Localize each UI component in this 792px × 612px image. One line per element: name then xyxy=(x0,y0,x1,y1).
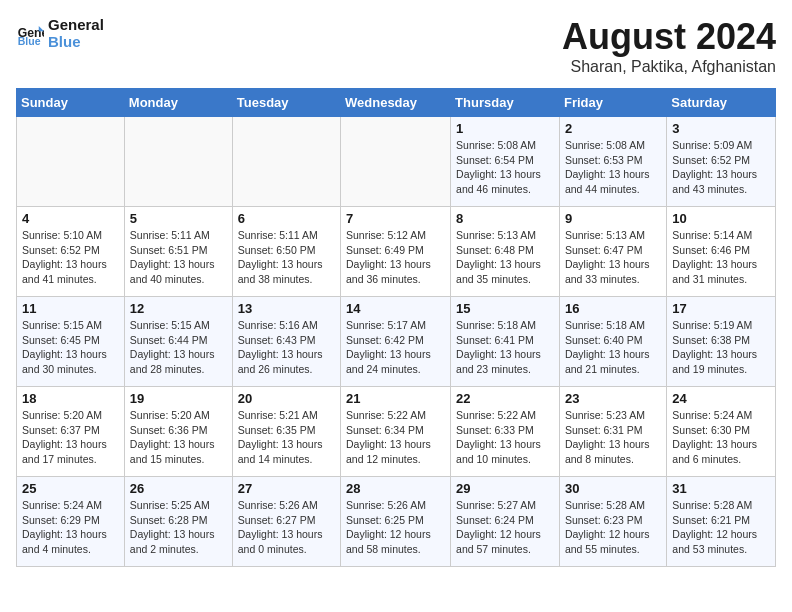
day-number: 29 xyxy=(456,481,554,496)
day-info: Sunrise: 5:23 AMSunset: 6:31 PMDaylight:… xyxy=(565,408,661,467)
day-number: 13 xyxy=(238,301,335,316)
day-number: 31 xyxy=(672,481,770,496)
day-number: 9 xyxy=(565,211,661,226)
day-number: 16 xyxy=(565,301,661,316)
calendar-subtitle: Sharan, Paktika, Afghanistan xyxy=(562,58,776,76)
day-number: 11 xyxy=(22,301,119,316)
day-info: Sunrise: 5:27 AMSunset: 6:24 PMDaylight:… xyxy=(456,498,554,557)
day-info: Sunrise: 5:22 AMSunset: 6:33 PMDaylight:… xyxy=(456,408,554,467)
calendar-cell: 16Sunrise: 5:18 AMSunset: 6:40 PMDayligh… xyxy=(559,297,666,387)
day-number: 6 xyxy=(238,211,335,226)
calendar-cell: 21Sunrise: 5:22 AMSunset: 6:34 PMDayligh… xyxy=(341,387,451,477)
page-header: General Blue General Blue August 2024 Sh… xyxy=(16,16,776,76)
day-info: Sunrise: 5:25 AMSunset: 6:28 PMDaylight:… xyxy=(130,498,227,557)
logo-icon: General Blue xyxy=(16,19,44,47)
logo-text-line1: General xyxy=(48,16,104,33)
calendar-cell: 26Sunrise: 5:25 AMSunset: 6:28 PMDayligh… xyxy=(124,477,232,567)
header-row: SundayMondayTuesdayWednesdayThursdayFrid… xyxy=(17,89,776,117)
day-number: 10 xyxy=(672,211,770,226)
day-number: 22 xyxy=(456,391,554,406)
day-number: 28 xyxy=(346,481,445,496)
column-header-monday: Monday xyxy=(124,89,232,117)
day-info: Sunrise: 5:13 AMSunset: 6:48 PMDaylight:… xyxy=(456,228,554,287)
calendar-cell: 12Sunrise: 5:15 AMSunset: 6:44 PMDayligh… xyxy=(124,297,232,387)
calendar-table: SundayMondayTuesdayWednesdayThursdayFrid… xyxy=(16,88,776,567)
day-info: Sunrise: 5:22 AMSunset: 6:34 PMDaylight:… xyxy=(346,408,445,467)
day-number: 14 xyxy=(346,301,445,316)
week-row-2: 4Sunrise: 5:10 AMSunset: 6:52 PMDaylight… xyxy=(17,207,776,297)
calendar-cell: 3Sunrise: 5:09 AMSunset: 6:52 PMDaylight… xyxy=(667,117,776,207)
day-info: Sunrise: 5:09 AMSunset: 6:52 PMDaylight:… xyxy=(672,138,770,197)
day-info: Sunrise: 5:26 AMSunset: 6:25 PMDaylight:… xyxy=(346,498,445,557)
day-number: 15 xyxy=(456,301,554,316)
calendar-cell: 5Sunrise: 5:11 AMSunset: 6:51 PMDaylight… xyxy=(124,207,232,297)
calendar-cell: 4Sunrise: 5:10 AMSunset: 6:52 PMDaylight… xyxy=(17,207,125,297)
day-number: 25 xyxy=(22,481,119,496)
calendar-cell: 23Sunrise: 5:23 AMSunset: 6:31 PMDayligh… xyxy=(559,387,666,477)
day-info: Sunrise: 5:15 AMSunset: 6:44 PMDaylight:… xyxy=(130,318,227,377)
calendar-cell: 2Sunrise: 5:08 AMSunset: 6:53 PMDaylight… xyxy=(559,117,666,207)
calendar-cell: 11Sunrise: 5:15 AMSunset: 6:45 PMDayligh… xyxy=(17,297,125,387)
calendar-cell: 20Sunrise: 5:21 AMSunset: 6:35 PMDayligh… xyxy=(232,387,340,477)
logo: General Blue General Blue xyxy=(16,16,104,50)
day-number: 18 xyxy=(22,391,119,406)
calendar-cell: 9Sunrise: 5:13 AMSunset: 6:47 PMDaylight… xyxy=(559,207,666,297)
calendar-cell: 1Sunrise: 5:08 AMSunset: 6:54 PMDaylight… xyxy=(451,117,560,207)
calendar-title: August 2024 xyxy=(562,16,776,58)
calendar-cell: 18Sunrise: 5:20 AMSunset: 6:37 PMDayligh… xyxy=(17,387,125,477)
day-number: 7 xyxy=(346,211,445,226)
calendar-cell xyxy=(17,117,125,207)
calendar-cell: 31Sunrise: 5:28 AMSunset: 6:21 PMDayligh… xyxy=(667,477,776,567)
day-info: Sunrise: 5:10 AMSunset: 6:52 PMDaylight:… xyxy=(22,228,119,287)
day-number: 12 xyxy=(130,301,227,316)
calendar-cell: 24Sunrise: 5:24 AMSunset: 6:30 PMDayligh… xyxy=(667,387,776,477)
day-info: Sunrise: 5:11 AMSunset: 6:51 PMDaylight:… xyxy=(130,228,227,287)
day-number: 26 xyxy=(130,481,227,496)
svg-text:Blue: Blue xyxy=(18,35,41,47)
week-row-1: 1Sunrise: 5:08 AMSunset: 6:54 PMDaylight… xyxy=(17,117,776,207)
day-info: Sunrise: 5:12 AMSunset: 6:49 PMDaylight:… xyxy=(346,228,445,287)
column-header-saturday: Saturday xyxy=(667,89,776,117)
calendar-cell: 22Sunrise: 5:22 AMSunset: 6:33 PMDayligh… xyxy=(451,387,560,477)
day-info: Sunrise: 5:21 AMSunset: 6:35 PMDaylight:… xyxy=(238,408,335,467)
day-number: 21 xyxy=(346,391,445,406)
calendar-cell: 14Sunrise: 5:17 AMSunset: 6:42 PMDayligh… xyxy=(341,297,451,387)
day-number: 5 xyxy=(130,211,227,226)
day-number: 4 xyxy=(22,211,119,226)
calendar-cell: 17Sunrise: 5:19 AMSunset: 6:38 PMDayligh… xyxy=(667,297,776,387)
week-row-4: 18Sunrise: 5:20 AMSunset: 6:37 PMDayligh… xyxy=(17,387,776,477)
day-info: Sunrise: 5:28 AMSunset: 6:21 PMDaylight:… xyxy=(672,498,770,557)
calendar-cell: 15Sunrise: 5:18 AMSunset: 6:41 PMDayligh… xyxy=(451,297,560,387)
day-info: Sunrise: 5:18 AMSunset: 6:41 PMDaylight:… xyxy=(456,318,554,377)
calendar-cell xyxy=(341,117,451,207)
column-header-thursday: Thursday xyxy=(451,89,560,117)
calendar-cell xyxy=(232,117,340,207)
calendar-cell: 28Sunrise: 5:26 AMSunset: 6:25 PMDayligh… xyxy=(341,477,451,567)
day-info: Sunrise: 5:14 AMSunset: 6:46 PMDaylight:… xyxy=(672,228,770,287)
day-info: Sunrise: 5:16 AMSunset: 6:43 PMDaylight:… xyxy=(238,318,335,377)
column-header-sunday: Sunday xyxy=(17,89,125,117)
calendar-cell: 25Sunrise: 5:24 AMSunset: 6:29 PMDayligh… xyxy=(17,477,125,567)
calendar-cell: 30Sunrise: 5:28 AMSunset: 6:23 PMDayligh… xyxy=(559,477,666,567)
day-number: 30 xyxy=(565,481,661,496)
calendar-cell xyxy=(124,117,232,207)
calendar-cell: 8Sunrise: 5:13 AMSunset: 6:48 PMDaylight… xyxy=(451,207,560,297)
calendar-cell: 29Sunrise: 5:27 AMSunset: 6:24 PMDayligh… xyxy=(451,477,560,567)
day-number: 8 xyxy=(456,211,554,226)
day-number: 3 xyxy=(672,121,770,136)
day-number: 24 xyxy=(672,391,770,406)
day-info: Sunrise: 5:19 AMSunset: 6:38 PMDaylight:… xyxy=(672,318,770,377)
day-info: Sunrise: 5:26 AMSunset: 6:27 PMDaylight:… xyxy=(238,498,335,557)
column-header-tuesday: Tuesday xyxy=(232,89,340,117)
calendar-cell: 10Sunrise: 5:14 AMSunset: 6:46 PMDayligh… xyxy=(667,207,776,297)
day-number: 19 xyxy=(130,391,227,406)
calendar-cell: 6Sunrise: 5:11 AMSunset: 6:50 PMDaylight… xyxy=(232,207,340,297)
column-header-friday: Friday xyxy=(559,89,666,117)
day-info: Sunrise: 5:08 AMSunset: 6:53 PMDaylight:… xyxy=(565,138,661,197)
calendar-cell: 19Sunrise: 5:20 AMSunset: 6:36 PMDayligh… xyxy=(124,387,232,477)
day-info: Sunrise: 5:24 AMSunset: 6:29 PMDaylight:… xyxy=(22,498,119,557)
week-row-5: 25Sunrise: 5:24 AMSunset: 6:29 PMDayligh… xyxy=(17,477,776,567)
calendar-cell: 13Sunrise: 5:16 AMSunset: 6:43 PMDayligh… xyxy=(232,297,340,387)
day-number: 2 xyxy=(565,121,661,136)
day-info: Sunrise: 5:13 AMSunset: 6:47 PMDaylight:… xyxy=(565,228,661,287)
